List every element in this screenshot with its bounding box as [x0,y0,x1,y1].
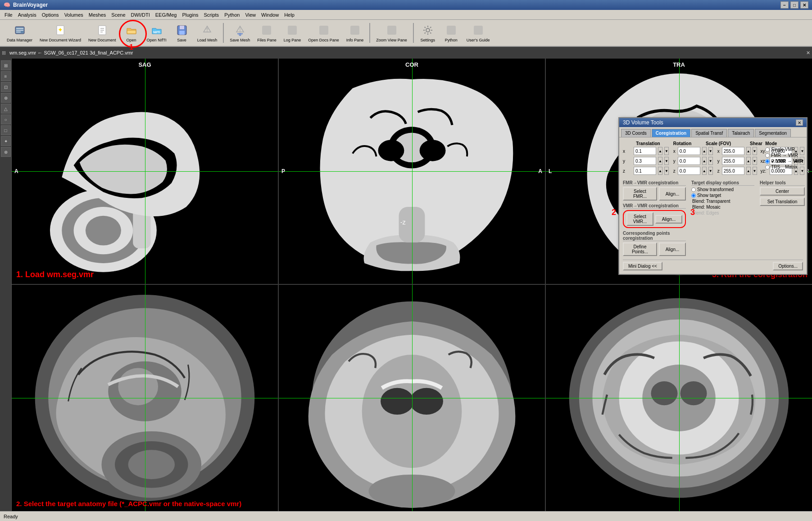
menu-item-scripts[interactable]: Scripts [201,11,222,18]
sidebar-icon-4[interactable]: ⊕ [1,93,11,103]
toolbar-btn-python[interactable]: Python [440,21,463,45]
tab-talairach[interactable]: Talairach [728,129,754,137]
menu-item-eegmeg[interactable]: EEG/Meg [153,11,180,18]
sidebar-icon-7[interactable]: □ [1,125,11,135]
mode-trs-radio[interactable] [765,165,770,169]
toolbar-btn-log-pane[interactable]: Log Pane [281,21,304,45]
mode-trs[interactable]: TRS Matrix [765,165,803,169]
toolbar-btn-load-mesh[interactable]: Load Mesh [194,21,221,45]
x-rotation-down[interactable]: ▼ [708,147,713,155]
z-rotation-up[interactable]: ▲ [702,167,707,175]
menu-item-scene[interactable]: Scene [109,11,128,18]
minimize-button[interactable]: − [780,1,789,9]
define-points-button[interactable]: Define Points... [623,242,657,256]
menu-item-python[interactable]: Python [222,11,242,18]
menu-item-plugins[interactable]: Plugins [179,11,201,18]
cor-bottom-panel[interactable] [279,285,546,511]
z-translation-up[interactable]: ▲ [658,167,662,175]
y-rotation-input[interactable] [678,157,700,165]
align-points-button[interactable]: Align... [659,242,686,256]
tab-3dcoords[interactable]: 3D Coords [621,129,651,137]
y-rotation-down[interactable]: ▼ [708,157,713,165]
tab-spatial-transf[interactable]: Spatial Transf [691,129,727,137]
mode-fmr-vmr[interactable]: FMR → VMR [765,153,803,158]
menu-item-view[interactable]: View [242,11,259,18]
show-transformed-radio[interactable] [691,187,696,192]
toolbar-btn-zoom-view-pane[interactable]: Zoom View Pane [373,21,410,45]
y-translation-up[interactable]: ▲ [658,157,662,165]
toolbar-btn-new-document[interactable]: New Document [85,21,119,45]
show-target-row[interactable]: Show target [691,193,754,198]
toolbar-btn-data-manager[interactable]: Data Manager [4,21,36,45]
toolbar-btn-save[interactable]: Save [171,21,193,45]
toolbar-btn-info-pane[interactable]: Info Pane [343,21,367,45]
z-scale-up[interactable]: ▲ [746,167,751,175]
tab-segmentation[interactable]: Segmentation [755,129,791,137]
sidebar-icon-3[interactable]: ⊡ [1,82,11,92]
sag-view-panel[interactable]: SAG A [12,59,279,284]
toolbar-btn-open[interactable]: 1Open [120,21,143,45]
sag-bottom-panel[interactable]: 2. Select the target anatomy file (*_ACP… [12,285,279,511]
close-button[interactable]: ✕ [800,1,808,9]
z-scale-input[interactable] [722,167,744,175]
z-rotation-input[interactable] [678,167,700,175]
z-scale-down[interactable]: ▼ [753,167,757,175]
mode-fmr-vmr-radio[interactable] [765,153,770,158]
tra-bottom-panel[interactable] [546,285,812,511]
align-vmr-button[interactable]: Align... [655,215,682,224]
mode-single-vmr[interactable]: Single VMR [765,147,803,152]
toolbar-btn-users-guide[interactable]: User's Guide [463,21,493,45]
z-translation-down[interactable]: ▼ [664,167,669,175]
sidebar-icon-6[interactable]: ○ [1,114,11,124]
toolbar-btn-save-mesh[interactable]: Save Mesh [227,21,253,45]
x-rotation-up[interactable]: ▲ [702,147,707,155]
z-rotation-down[interactable]: ▼ [708,167,713,175]
sidebar-icon-1[interactable]: ⊞ [1,60,11,70]
select-fmr-button[interactable]: Select FMR... [623,187,657,201]
x-translation-up[interactable]: ▲ [658,147,662,155]
x-translation-down[interactable]: ▼ [664,147,669,155]
mode-vmr-vmr-radio[interactable] [765,159,770,164]
show-target-radio[interactable] [691,193,696,198]
y-rotation-up[interactable]: ▲ [702,157,707,165]
x-scale-input[interactable] [722,147,744,155]
sidebar-icon-5[interactable]: △ [1,104,11,114]
menu-item-file[interactable]: File [2,11,15,18]
toolbar-btn-settings[interactable]: Settings [417,21,439,45]
select-vmr-button[interactable]: Select VMR... [626,212,653,226]
x-scale-down[interactable]: ▼ [753,147,757,155]
y-scale-down[interactable]: ▼ [753,157,757,165]
menu-item-window[interactable]: Window [259,11,281,18]
tab-coregistration[interactable]: Coregistration [652,129,690,137]
menu-item-meshes[interactable]: Meshes [86,11,109,18]
menu-item-options[interactable]: Options [39,11,62,18]
toolbar-btn-files-pane[interactable]: Files Pane [254,21,280,45]
sidebar-icon-9[interactable]: ⊗ [1,147,11,157]
toolbar-btn-new-doc-wizard[interactable]: ✦New Document Wizard [36,21,84,45]
y-scale-input[interactable] [722,157,744,165]
y-scale-up[interactable]: ▲ [746,157,751,165]
set-translation-button[interactable]: Set Translation [760,197,805,206]
mode-single-vmr-radio[interactable] [765,147,770,152]
menu-item-volumes[interactable]: Volumes [62,11,86,18]
x-rotation-input[interactable] [678,147,700,155]
x-scale-up[interactable]: ▲ [746,147,751,155]
y-translation-input[interactable] [634,157,656,165]
center-button[interactable]: Center [760,187,805,196]
tab-close[interactable]: ✕ [806,50,810,56]
menu-item-help[interactable]: Help [281,11,297,18]
dialog-title-bar[interactable]: 3D Volume Tools ✕ [619,118,807,127]
show-transformed-row[interactable]: Show transformed [691,187,754,192]
menu-item-dwidti[interactable]: DWI/DTI [128,11,153,18]
toolbar-btn-open-nifti[interactable]: NIfTIOpen NIfTI [144,21,170,45]
menu-item-analysis[interactable]: Analysis [15,11,39,18]
y-translation-down[interactable]: ▼ [664,157,669,165]
z-translation-input[interactable] [634,167,656,175]
mini-dialog-button[interactable]: Mini Dialog << [623,262,662,270]
sidebar-icon-2[interactable]: ≡ [1,71,11,81]
x-translation-input[interactable] [634,147,656,155]
sidebar-icon-8[interactable]: ✦ [1,136,11,146]
align-fmr-button[interactable]: Align... [659,187,686,201]
dialog-close-button[interactable]: ✕ [796,119,803,126]
toolbar-btn-open-docs-pane[interactable]: Open Docs Pane [305,21,342,45]
